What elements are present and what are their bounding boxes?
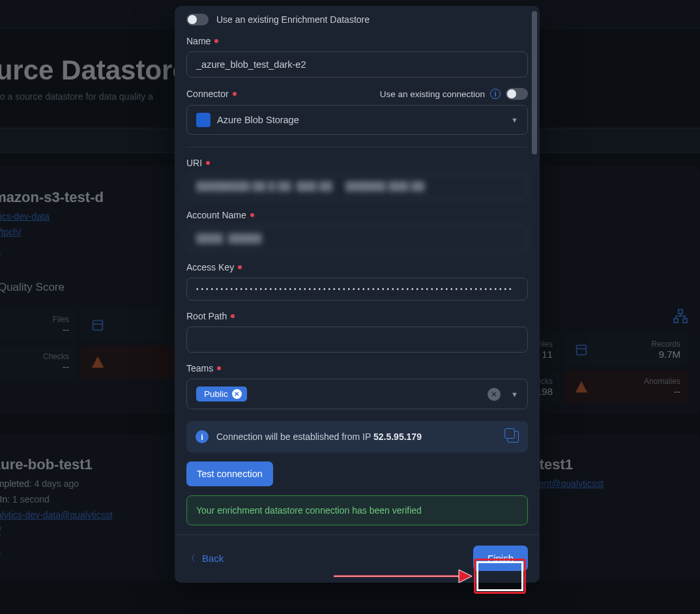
existing-connection-label: Use an existing connection [380,89,485,99]
remove-chip-icon[interactable]: ✕ [232,389,242,399]
teams-label: Teams [186,363,213,373]
teams-select[interactable]: Public ✕ ✕ ▼ [186,379,528,409]
account-name-label: Account Name [186,210,246,220]
info-icon: i [196,430,209,443]
back-label: Back [202,553,224,564]
team-chip-label: Public [204,389,228,399]
chevron-down-icon: ▼ [511,390,518,398]
uri-input[interactable] [186,173,528,199]
required-icon [217,366,221,370]
uri-label: URI [186,158,202,168]
team-chip[interactable]: Public ✕ [196,387,247,402]
info-icon[interactable]: i [490,89,501,99]
required-icon [214,39,218,43]
required-icon [231,314,235,318]
required-icon [233,92,237,96]
existing-enrichment-toggle[interactable] [186,14,209,25]
copy-icon[interactable] [507,431,519,443]
existing-enrichment-label: Use an existing Enrichment Datastore [216,14,370,25]
name-input[interactable] [186,51,528,78]
required-icon [206,161,210,165]
clear-all-icon[interactable]: ✕ [488,388,501,401]
test-connection-button[interactable]: Test connection [186,461,273,486]
connector-select[interactable]: Azure Blob Storage ▼ [186,105,528,135]
root-path-input[interactable] [186,327,528,353]
back-button[interactable]: 〈 Back [186,553,224,564]
ip-banner-prefix: Connection will be established from IP [216,431,373,442]
chevron-down-icon: ▼ [511,116,518,124]
existing-connection-toggle[interactable] [506,88,528,100]
finish-button[interactable]: Finish [473,546,528,571]
connector-label: Connector [186,89,229,99]
access-key-label: Access Key [186,262,234,272]
add-datastore-modal: Use an existing Enrichment Datastore Nam… [175,6,540,583]
azure-blob-icon [196,113,211,127]
required-icon [238,265,242,269]
chevron-left-icon: 〈 [186,553,196,564]
access-key-input[interactable] [186,278,528,300]
root-path-label: Root Path [186,311,227,321]
account-name-input[interactable] [186,226,528,252]
ip-address: 52.5.95.179 [373,431,422,442]
name-label: Name [186,36,211,46]
connector-value: Azure Blob Storage [217,115,299,125]
ip-info-banner: i Connection will be established from IP… [186,421,528,452]
modal-scrollbar[interactable] [532,11,537,154]
required-icon [250,213,254,217]
divider [186,147,528,147]
success-banner: Your enrichment datastore connection has… [186,495,528,525]
success-message: Your enrichment datastore connection has… [196,505,422,516]
